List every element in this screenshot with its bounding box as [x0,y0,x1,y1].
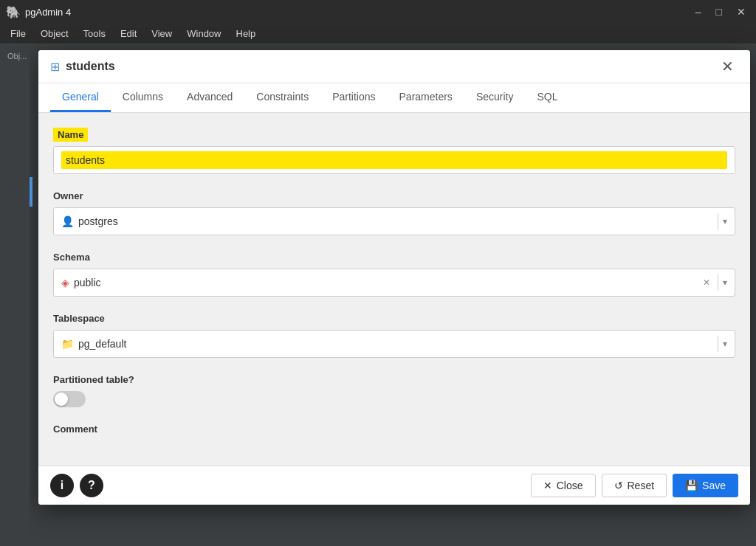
window-controls: – □ ✕ [691,5,750,18]
close-label: Close [557,480,583,491]
dialog-title: students [66,60,717,73]
comment-label: Comment [53,422,735,436]
window-close-button[interactable]: ✕ [732,5,750,18]
name-label: Name [53,128,88,142]
sidebar [6,50,30,540]
minimize-button[interactable]: – [691,5,706,18]
separator [718,213,718,229]
name-field: Name students [53,128,735,174]
tab-columns[interactable]: Columns [111,83,175,112]
toggle-thumb [55,393,68,406]
menu-view[interactable]: View [144,27,179,41]
dialog-footer: i ? ✕ Close ↺ Reset 💾 Save [38,466,750,505]
separator [718,336,718,352]
schema-icon: ◈ [61,277,69,288]
comment-field: Comment [53,422,735,436]
partitioned-toggle[interactable] [53,391,86,407]
save-icon: 💾 [685,480,698,491]
close-icon: ✕ [543,480,552,491]
menu-bar: File Object Tools Edit View Window Help [0,24,756,44]
close-button[interactable]: ✕ Close [531,474,596,497]
tablespace-chevron-icon[interactable]: ▾ [723,339,727,349]
schema-chevron-icon[interactable]: ▾ [723,277,727,288]
separator [718,274,718,291]
maximize-button[interactable]: □ [712,5,726,18]
save-button[interactable]: 💾 Save [673,474,738,497]
owner-field: Owner 👤 postgres ▾ [53,189,735,235]
help-button[interactable]: ? [80,474,103,497]
app-body: ⊞ students ✕ General Columns Advanced Co… [0,44,756,546]
owner-input-wrap[interactable]: 👤 postgres ▾ [53,207,735,235]
tab-general[interactable]: General [50,83,111,112]
tablespace-field: Tablespace 📁 pg_default ▾ [53,311,735,358]
menu-help[interactable]: Help [229,27,264,41]
tab-security[interactable]: Security [464,83,526,112]
tab-constraints[interactable]: Constraints [244,83,320,112]
schema-value: public [74,272,703,293]
title-bar: 🐘 pgAdmin 4 – □ ✕ [0,0,756,24]
owner-chevron-icon[interactable]: ▾ [723,216,727,227]
menu-object[interactable]: Object [33,27,76,41]
name-input-wrap[interactable]: students [53,146,735,174]
tab-parameters[interactable]: Parameters [388,83,464,112]
owner-icon: 👤 [61,215,74,227]
schema-input-wrap[interactable]: ◈ public ✕ ▾ [53,269,735,297]
reset-label: Reset [628,480,655,491]
schema-label: Schema [53,250,735,264]
info-button[interactable]: i [50,474,74,497]
app-icon: 🐘 [6,5,21,19]
reset-button[interactable]: ↺ Reset [602,474,667,497]
menu-tools[interactable]: Tools [76,27,113,41]
owner-label: Owner [53,189,735,203]
schema-field: Schema ◈ public ✕ ▾ [53,250,735,297]
schema-clear-icon[interactable]: ✕ [703,277,710,288]
dialog-close-button[interactable]: ✕ [717,58,738,75]
name-value[interactable]: students [61,151,727,169]
menu-edit[interactable]: Edit [113,27,144,41]
tablespace-input-wrap[interactable]: 📁 pg_default ▾ [53,330,735,358]
owner-value: postgres [78,211,713,232]
selection-indicator [30,177,32,207]
tab-partitions[interactable]: Partitions [320,83,387,112]
save-label: Save [702,480,726,491]
table-icon: ⊞ [50,60,60,74]
partitioned-label: Partitioned table? [53,373,735,387]
dialog-titlebar: ⊞ students ✕ [38,50,750,83]
tablespace-icon: 📁 [61,338,74,350]
toggle-wrap [53,391,735,407]
tab-bar: General Columns Advanced Constraints Par… [38,83,750,113]
tablespace-value: pg_default [78,334,713,354]
dialog-content: Name students Owner 👤 postgres ▾ Schema [38,113,750,466]
partitioned-field: Partitioned table? [53,373,735,407]
reset-icon: ↺ [614,480,623,491]
tablespace-label: Tablespace [53,311,735,325]
menu-file[interactable]: File [3,27,33,41]
tab-sql[interactable]: SQL [525,83,569,112]
menu-window[interactable]: Window [179,27,228,41]
dialog: ⊞ students ✕ General Columns Advanced Co… [38,50,750,505]
app-title: pgAdmin 4 [25,7,691,18]
tab-advanced[interactable]: Advanced [175,83,244,112]
